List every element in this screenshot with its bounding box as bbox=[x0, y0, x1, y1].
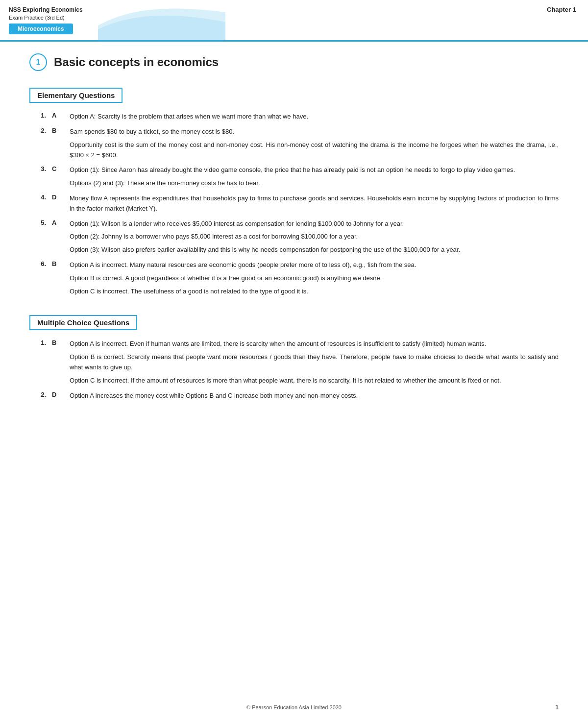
list-item: Option A increases the money cost while … bbox=[70, 391, 559, 401]
qa-text-block-0-3: Money flow A represents the expenditures… bbox=[70, 193, 559, 214]
header-title: NSS Exploring Economics bbox=[9, 6, 89, 14]
qa-answer-1-1: D bbox=[52, 391, 70, 398]
qa-text-block-0-5: Option A is incorrect. Many natural reso… bbox=[70, 260, 559, 296]
qa-answer-0-4: A bbox=[52, 219, 70, 226]
list-item: Option B is correct. Scarcity means that… bbox=[70, 352, 559, 373]
section-header-1: Multiple Choice Questions bbox=[29, 310, 559, 339]
header-subtitle: Exam Practice (3rd Ed) bbox=[9, 14, 89, 22]
table-row: 2.DOption A increases the money cost whi… bbox=[29, 391, 559, 401]
table-row: 3.COption (1): Since Aaron has already b… bbox=[29, 165, 559, 189]
qa-number-0-3: 4. bbox=[29, 193, 52, 201]
qa-number-0-1: 2. bbox=[29, 127, 52, 134]
header-middle bbox=[98, 0, 535, 40]
chapter-title-row: 1 Basic concepts in economics bbox=[29, 53, 559, 71]
list-item: Option A is incorrect. Many natural reso… bbox=[70, 260, 559, 270]
qa-number-0-2: 3. bbox=[29, 165, 52, 172]
chapter-title: Basic concepts in economics bbox=[54, 55, 219, 69]
list-item: Option (1): Wilson is a lender who recei… bbox=[70, 219, 559, 229]
list-item: Option C is incorrect. If the amount of … bbox=[70, 376, 559, 386]
header: NSS Exploring Economics Exam Practice (3… bbox=[0, 0, 588, 42]
qa-answer-0-2: C bbox=[52, 165, 70, 172]
qa-number-1-1: 2. bbox=[29, 391, 52, 398]
list-item: Option A is incorrect. Even if human wan… bbox=[70, 339, 559, 349]
list-item: Option A: Scarcity is the problem that a… bbox=[70, 112, 559, 122]
qa-text-block-0-0: Option A: Scarcity is the problem that a… bbox=[70, 112, 559, 122]
qa-number-1-0: 1. bbox=[29, 339, 52, 346]
qa-number-0-5: 6. bbox=[29, 260, 52, 267]
list-item: Sam spends $80 to buy a ticket, so the m… bbox=[70, 127, 559, 137]
qa-list-1: 1.BOption A is incorrect. Even if human … bbox=[29, 339, 559, 401]
footer-copyright: © Pearson Education Asia Limited 2020 bbox=[246, 704, 342, 710]
table-row: 2.BSam spends $80 to buy a ticket, so th… bbox=[29, 127, 559, 160]
table-row: 1.AOption A: Scarcity is the problem tha… bbox=[29, 112, 559, 122]
table-row: 6.BOption A is incorrect. Many natural r… bbox=[29, 260, 559, 296]
qa-answer-0-1: B bbox=[52, 127, 70, 134]
qa-list-0: 1.AOption A: Scarcity is the problem tha… bbox=[29, 112, 559, 296]
section-header-label-0: Elementary Questions bbox=[29, 88, 122, 103]
table-row: 1.BOption A is incorrect. Even if human … bbox=[29, 339, 559, 386]
section-header-0: Elementary Questions bbox=[29, 83, 559, 112]
qa-answer-0-0: A bbox=[52, 112, 70, 119]
chapter-label: Chapter 1 bbox=[547, 6, 576, 13]
list-item: Option C is incorrect. The usefulness of… bbox=[70, 287, 559, 297]
list-item: Opportunity cost is the sum of the money… bbox=[70, 140, 559, 161]
qa-text-block-1-0: Option A is incorrect. Even if human wan… bbox=[70, 339, 559, 386]
table-row: 4.DMoney flow A represents the expenditu… bbox=[29, 193, 559, 214]
qa-text-block-0-1: Sam spends $80 to buy a ticket, so the m… bbox=[70, 127, 559, 160]
qa-answer-0-3: D bbox=[52, 193, 70, 201]
header-left: NSS Exploring Economics Exam Practice (3… bbox=[0, 0, 98, 40]
qa-number-0-0: 1. bbox=[29, 112, 52, 119]
list-item: Options (2) and (3): These are the non-m… bbox=[70, 178, 559, 189]
header-arc-decoration bbox=[98, 0, 225, 40]
list-item: Money flow A represents the expenditures… bbox=[70, 193, 559, 214]
qa-answer-1-0: B bbox=[52, 339, 70, 346]
list-item: Option B is correct. A good (regardless … bbox=[70, 273, 559, 284]
list-item: Option (2): Johnny is a borrower who pay… bbox=[70, 232, 559, 242]
qa-text-block-1-1: Option A increases the money cost while … bbox=[70, 391, 559, 401]
section-header-label-1: Multiple Choice Questions bbox=[29, 315, 137, 330]
header-badge: Microeconomics bbox=[9, 24, 73, 34]
list-item: Option (1): Since Aaron has already boug… bbox=[70, 165, 559, 175]
qa-number-0-4: 5. bbox=[29, 219, 52, 226]
chapter-number-circle: 1 bbox=[29, 53, 47, 71]
main-content: 1 Basic concepts in economics Elementary… bbox=[0, 42, 588, 434]
qa-text-block-0-4: Option (1): Wilson is a lender who recei… bbox=[70, 219, 559, 255]
sections-container: Elementary Questions1.AOption A: Scarcit… bbox=[29, 83, 559, 401]
qa-text-block-0-2: Option (1): Since Aaron has already boug… bbox=[70, 165, 559, 189]
chapter-number: 1 bbox=[36, 58, 41, 67]
qa-answer-0-5: B bbox=[52, 260, 70, 267]
page: NSS Exploring Economics Exam Practice (3… bbox=[0, 0, 588, 724]
table-row: 5.AOption (1): Wilson is a lender who re… bbox=[29, 219, 559, 255]
header-right: Chapter 1 bbox=[535, 0, 588, 40]
footer-page: 1 bbox=[555, 704, 559, 711]
list-item: Option (3): Wilson also prefers earlier … bbox=[70, 245, 559, 255]
footer: © Pearson Education Asia Limited 2020 1 bbox=[0, 704, 588, 710]
